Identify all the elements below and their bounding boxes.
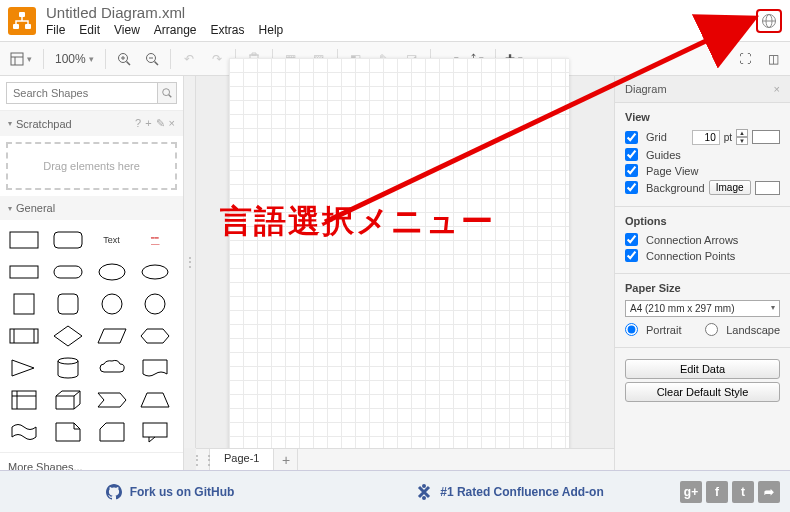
shape-parallelogram[interactable] — [94, 322, 130, 350]
zoom-out-button[interactable] — [139, 46, 165, 72]
guides-checkbox[interactable] — [625, 148, 638, 161]
landscape-radio[interactable] — [705, 323, 718, 336]
redo-button[interactable]: ↷ — [204, 46, 230, 72]
conn-points-checkbox[interactable] — [625, 249, 638, 262]
scratchpad-close-icon[interactable]: × — [169, 117, 175, 130]
conn-arrows-checkbox[interactable] — [625, 233, 638, 246]
search-input[interactable] — [6, 82, 157, 104]
scratchpad-edit-icon[interactable]: ✎ — [156, 117, 165, 130]
left-sidebar: Scratchpad ?+✎× Drag elements here Gener… — [0, 76, 184, 470]
shape-rounded-rect-2[interactable] — [50, 258, 86, 286]
scratchpad-dropzone[interactable]: Drag elements here — [6, 142, 177, 190]
outline-toggle[interactable]: ⋮ — [184, 76, 196, 448]
svg-rect-6 — [11, 53, 23, 65]
drawing-canvas[interactable] — [229, 58, 569, 488]
svg-line-17 — [169, 95, 172, 98]
background-color-swatch[interactable] — [755, 181, 780, 195]
language-button[interactable] — [756, 9, 782, 33]
shape-internal-storage[interactable] — [6, 386, 42, 414]
tab-handle[interactable]: ⋮⋮ — [196, 449, 210, 470]
general-section-header[interactable]: General — [0, 196, 183, 220]
shape-ellipse-2[interactable] — [137, 258, 173, 286]
shape-tape[interactable] — [6, 418, 42, 446]
grid-checkbox[interactable] — [625, 131, 638, 144]
grid-size-down[interactable]: ▼ — [736, 137, 748, 145]
grid-size-up[interactable]: ▲ — [736, 129, 748, 137]
tab-page-1[interactable]: Page-1 — [210, 449, 274, 470]
conn-points-label: Connection Points — [646, 250, 780, 262]
paper-size-select[interactable]: A4 (210 mm x 297 mm) — [625, 300, 780, 317]
edit-data-button[interactable]: Edit Data — [625, 359, 780, 379]
clear-style-button[interactable]: Clear Default Style — [625, 382, 780, 402]
pageview-checkbox[interactable] — [625, 164, 638, 177]
shape-card[interactable] — [94, 418, 130, 446]
svg-rect-1 — [13, 24, 19, 29]
grid-size-input[interactable] — [692, 130, 720, 145]
confluence-icon — [416, 484, 432, 500]
shape-heading[interactable]: ━━── — [137, 226, 173, 254]
menu-extras[interactable]: Extras — [211, 23, 245, 37]
shape-text[interactable]: Text — [94, 226, 130, 254]
search-button[interactable] — [157, 82, 177, 104]
shape-circle[interactable] — [94, 290, 130, 318]
menu-edit[interactable]: Edit — [79, 23, 100, 37]
guides-label: Guides — [646, 149, 780, 161]
more-shapes-button[interactable]: More Shapes... — [0, 452, 183, 470]
shape-cube[interactable] — [50, 386, 86, 414]
shape-rounded-square[interactable] — [50, 290, 86, 318]
shape-step[interactable] — [94, 386, 130, 414]
grid-color-swatch[interactable] — [752, 130, 780, 144]
scratchpad-header[interactable]: Scratchpad ?+✎× — [0, 111, 183, 136]
shape-rectangle[interactable] — [6, 226, 42, 254]
facebook-icon[interactable]: f — [706, 481, 728, 503]
shape-hexagon[interactable] — [137, 322, 173, 350]
background-image-button[interactable]: Image — [709, 180, 751, 195]
menu-arrange[interactable]: Arrange — [154, 23, 197, 37]
zoom-select[interactable]: 100% — [49, 52, 100, 66]
github-link[interactable]: Fork us on GitHub — [0, 484, 340, 500]
format-panel-button[interactable]: ◫ — [760, 46, 786, 72]
shape-circle-2[interactable] — [137, 290, 173, 318]
portrait-radio[interactable] — [625, 323, 638, 336]
shape-document[interactable] — [137, 354, 173, 382]
shape-palette: Text ━━── — [0, 220, 183, 452]
shape-diamond[interactable] — [50, 322, 86, 350]
scratchpad-help-icon[interactable]: ? — [135, 117, 141, 130]
shape-rounded-rect[interactable] — [50, 226, 86, 254]
confluence-link[interactable]: #1 Rated Confluence Add-on — [340, 484, 680, 500]
undo-button[interactable]: ↶ — [176, 46, 202, 72]
shape-process[interactable] — [6, 322, 42, 350]
panel-title: Diagram — [625, 83, 667, 95]
menu-file[interactable]: File — [46, 23, 65, 37]
panel-close-icon[interactable]: × — [774, 83, 780, 95]
scratchpad-label: Scratchpad — [16, 118, 72, 130]
shape-note[interactable] — [50, 418, 86, 446]
shape-trapezoid[interactable] — [137, 386, 173, 414]
shape-cloud[interactable] — [94, 354, 130, 382]
scratchpad-add-icon[interactable]: + — [145, 117, 151, 130]
share-icon[interactable]: ➦ — [758, 481, 780, 503]
shape-ellipse[interactable] — [94, 258, 130, 286]
menu-view[interactable]: View — [114, 23, 140, 37]
svg-rect-20 — [10, 266, 38, 278]
shape-rectangle-2[interactable] — [6, 258, 42, 286]
add-page-button[interactable]: + — [274, 449, 298, 470]
view-mode-select[interactable] — [4, 52, 38, 66]
svg-point-27 — [145, 294, 165, 314]
googleplus-icon[interactable]: g+ — [680, 481, 702, 503]
svg-rect-32 — [12, 391, 36, 409]
shape-cylinder[interactable] — [50, 354, 86, 382]
shape-square[interactable] — [6, 290, 42, 318]
app-logo[interactable] — [8, 7, 36, 35]
background-checkbox[interactable] — [625, 181, 638, 194]
panel-header: Diagram × — [615, 76, 790, 103]
shape-triangle[interactable] — [6, 354, 42, 382]
menu-help[interactable]: Help — [259, 23, 284, 37]
document-title[interactable]: Untitled Diagram.xml — [46, 4, 283, 21]
shape-callout[interactable] — [137, 418, 173, 446]
fullscreen-button[interactable]: ⛶ — [732, 46, 758, 72]
twitter-icon[interactable]: t — [732, 481, 754, 503]
svg-rect-21 — [54, 266, 82, 278]
zoom-in-button[interactable] — [111, 46, 137, 72]
titlebar: Untitled Diagram.xml File Edit View Arra… — [0, 0, 790, 42]
